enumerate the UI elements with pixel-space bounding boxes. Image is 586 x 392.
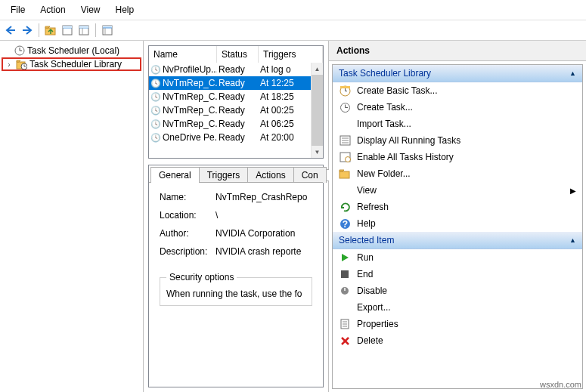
action-create-basic-task[interactable]: Create Basic Task... — [333, 82, 582, 99]
security-options-group: Security options When running the task, … — [160, 272, 312, 306]
tree-panel: Task Scheduler (Local) › Task Scheduler … — [0, 41, 144, 392]
forward-button[interactable] — [20, 23, 35, 38]
svg-point-33 — [345, 157, 350, 162]
scroll-up-icon[interactable]: ▲ — [312, 63, 323, 75]
menu-bar: File Action View Help — [0, 0, 586, 20]
menu-help[interactable]: Help — [108, 2, 142, 18]
action-label: Refresh — [357, 202, 389, 212]
action-label: Run — [357, 252, 374, 263]
toolbar-icon-2[interactable] — [60, 23, 75, 38]
security-legend: Security options — [166, 272, 237, 282]
task-icon — [150, 64, 161, 75]
action-label: Properties — [357, 319, 398, 329]
chevron-right-icon[interactable]: › — [5, 60, 14, 69]
action-create-task[interactable]: Create Task... — [333, 99, 582, 116]
toolbar-icon-3[interactable] — [76, 23, 91, 38]
action-delete[interactable]: Delete — [333, 332, 582, 349]
collapse-icon[interactable]: ▲ — [569, 69, 576, 77]
action-run[interactable]: Run — [333, 249, 582, 266]
delete-icon — [339, 335, 351, 347]
action-end[interactable]: End — [333, 266, 582, 282]
tree-library[interactable]: › Task Scheduler Library — [2, 57, 141, 71]
col-name[interactable]: Name — [149, 46, 217, 63]
description-label: Description: — [160, 246, 215, 257]
toolbar — [0, 20, 586, 41]
table-row[interactable]: NvTmRep_C... Ready At 18:25 — [149, 90, 323, 103]
folder-icon — [339, 168, 351, 180]
tab-general[interactable]: General — [150, 167, 200, 183]
action-refresh[interactable]: Refresh — [333, 199, 582, 215]
description-value: NVIDIA crash reporte — [215, 246, 312, 257]
action-help[interactable]: ? Help — [333, 215, 582, 232]
actions-section-selected[interactable]: Selected Item ▲ — [333, 232, 582, 249]
tab-triggers[interactable]: Triggers — [199, 167, 249, 183]
table-row[interactable]: NvTmRep_C... Ready At 06:25 — [149, 117, 323, 131]
menu-file[interactable]: File — [3, 2, 33, 18]
action-label: Disable — [357, 286, 387, 296]
tab-actions[interactable]: Actions — [247, 167, 293, 183]
tree-root[interactable]: Task Scheduler (Local) — [2, 44, 141, 57]
svg-rect-8 — [79, 26, 88, 28]
center-panel: Name Status Triggers NvProfileUp... Read… — [144, 41, 329, 392]
cell: Ready — [217, 91, 259, 103]
collapse-icon[interactable]: ▲ — [569, 236, 576, 244]
chevron-right-icon: ▶ — [570, 187, 576, 195]
back-button[interactable] — [3, 23, 18, 38]
action-label: Display All Running Tasks — [357, 135, 460, 146]
action-display-running[interactable]: Display All Running Tasks — [333, 132, 582, 149]
cell: NvTmRep_C... — [163, 91, 217, 102]
clock-icon — [339, 85, 351, 97]
location-value: \ — [215, 210, 312, 221]
task-icon — [150, 91, 161, 102]
svg-text:?: ? — [342, 218, 347, 229]
action-view[interactable]: View ▶ — [333, 182, 582, 199]
author-value: NVIDIA Corporation — [215, 228, 312, 239]
table-row[interactable]: NvProfileUp... Ready At log o — [149, 63, 323, 76]
scroll-thumb[interactable] — [312, 75, 323, 146]
cell: NvProfileUp... — [163, 64, 217, 75]
blank-icon — [339, 118, 351, 130]
play-icon — [339, 252, 351, 264]
action-disable[interactable]: Disable — [333, 282, 582, 299]
action-new-folder[interactable]: New Folder... — [333, 165, 582, 182]
table-row[interactable]: NvTmRep_C... Ready At 12:25 — [149, 76, 323, 90]
actions-panel: Actions Task Scheduler Library ▲ Create … — [329, 41, 586, 392]
action-label: End — [357, 269, 373, 279]
actions-section-library[interactable]: Task Scheduler Library ▲ — [333, 65, 582, 82]
section-label: Task Scheduler Library — [339, 68, 431, 79]
folder-clock-icon — [16, 60, 27, 69]
col-status[interactable]: Status — [217, 46, 259, 63]
col-triggers[interactable]: Triggers — [259, 46, 323, 63]
menu-action[interactable]: Action — [33, 2, 73, 18]
action-label: New Folder... — [357, 168, 411, 179]
table-row[interactable]: OneDrive Pe... Ready At 20:00 — [149, 131, 323, 144]
table-header: Name Status Triggers — [149, 46, 323, 63]
divider — [95, 23, 96, 37]
action-label: Export... — [357, 302, 391, 313]
action-label: Import Task... — [357, 119, 411, 129]
action-label: Create Basic Task... — [357, 85, 438, 96]
cell: Ready — [217, 131, 259, 144]
cell: Ready — [217, 118, 259, 130]
main-area: Task Scheduler (Local) › Task Scheduler … — [0, 41, 586, 392]
action-import-task[interactable]: Import Task... — [333, 116, 582, 132]
action-export[interactable]: Export... — [333, 299, 582, 316]
cell: Ready — [217, 104, 259, 116]
action-label: Help — [357, 218, 376, 229]
refresh-icon — [339, 201, 351, 213]
scrollbar[interactable]: ▲ ▼ — [311, 63, 323, 158]
tab-body: Name: NvTmRep_CrashRepo Location: \ Auth… — [149, 182, 323, 387]
menu-view[interactable]: View — [73, 2, 108, 18]
folder-up-icon[interactable] — [43, 23, 58, 38]
toolbar-icon-4[interactable] — [100, 23, 115, 38]
cell: Ready — [217, 63, 259, 76]
task-icon — [150, 78, 161, 88]
action-label: Delete — [357, 335, 383, 346]
table-row[interactable]: NvTmRep_C... Ready At 00:25 — [149, 103, 323, 117]
scroll-down-icon[interactable]: ▼ — [312, 146, 323, 158]
action-label: Enable All Tasks History — [357, 152, 454, 162]
action-properties[interactable]: Properties — [333, 316, 582, 332]
action-enable-history[interactable]: Enable All Tasks History — [333, 149, 582, 165]
tab-conditions[interactable]: Con — [293, 167, 327, 183]
task-icon — [150, 132, 161, 143]
